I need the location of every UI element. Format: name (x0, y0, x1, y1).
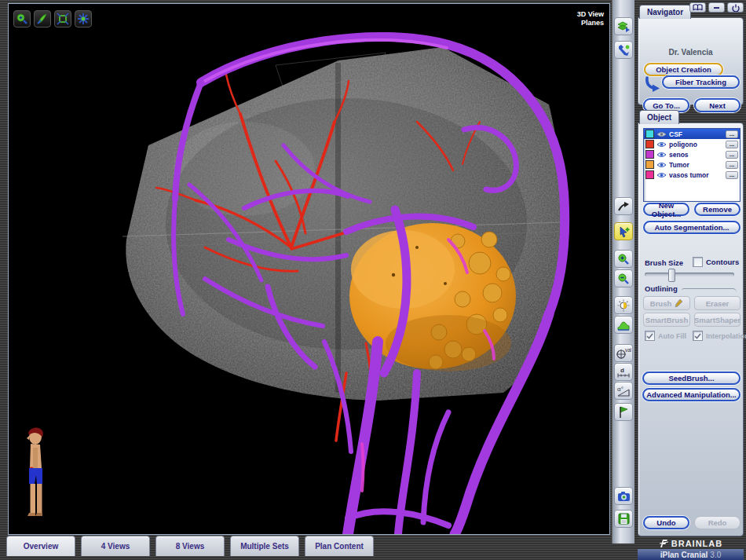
flag-marker-button[interactable] (614, 403, 633, 421)
object-options-button[interactable]: ... (726, 151, 738, 159)
minimize-button[interactable] (708, 2, 725, 13)
brightness-button[interactable] (614, 296, 633, 314)
pointer-select-button[interactable] (614, 222, 633, 240)
visibility-eye-icon[interactable] (656, 141, 667, 148)
product-version-bar: iPlan Cranial 3.0 (638, 549, 744, 560)
object-name: senos (669, 151, 689, 159)
object-color-swatch (645, 160, 654, 169)
shutdown-button[interactable] (727, 2, 744, 13)
smartbrush-button[interactable]: SmartBrush (643, 313, 690, 327)
auto-segmentation-button[interactable]: Auto Segmentation... (643, 221, 741, 234)
brightness-icon (617, 299, 630, 312)
center-view-icon (77, 13, 90, 25)
tab-plan-content[interactable]: Plan Content (305, 536, 374, 556)
value-probe-icon: val (616, 346, 631, 360)
navigator-tab[interactable]: Navigator (639, 5, 691, 19)
tab-overview[interactable]: Overview (6, 536, 75, 556)
brainlab-logo-icon (659, 539, 669, 548)
window-controls (689, 2, 744, 13)
smartshaper-button[interactable]: SmartShaper (694, 313, 741, 327)
object-list-item[interactable]: poligono ... (644, 139, 740, 149)
redo-button[interactable]: Redo (694, 516, 741, 529)
svg-text:d: d (620, 367, 624, 374)
object-options-button[interactable]: ... (726, 141, 738, 148)
auto-fill-checkbox[interactable] (645, 331, 655, 341)
brand-name: BRAINLAB (671, 539, 722, 548)
current-step-button[interactable]: Object Creation (644, 63, 723, 76)
advanced-manipulation-button[interactable]: Advanced Manipulation... (642, 388, 741, 401)
minimize-icon (713, 4, 720, 11)
angle-measure-icon: α° (616, 385, 631, 397)
brush-tool-button[interactable] (34, 10, 51, 27)
power-icon (732, 4, 740, 12)
outlining-divider (682, 288, 737, 292)
object-list-item[interactable]: Tumor ... (644, 159, 740, 170)
screenshot-camera-icon (617, 491, 631, 502)
object-list[interactable]: CSF ... poligono ... senos ... (643, 128, 741, 202)
jump-arrow-button[interactable] (614, 197, 633, 215)
angle-measure-button[interactable]: α° (614, 382, 633, 400)
visibility-eye-icon[interactable] (656, 162, 667, 168)
distance-measure-button[interactable]: d (614, 363, 633, 381)
value-probe-button[interactable]: val (614, 344, 633, 362)
remove-object-button[interactable]: Remove (694, 203, 741, 216)
auto-fill-checkbox-row[interactable]: Auto Fill (645, 331, 686, 341)
object-name: Tumor (669, 161, 689, 169)
windowing-histogram-button[interactable] (614, 316, 633, 334)
zoom-out-button[interactable] (614, 269, 633, 287)
object-options-button[interactable]: ... (726, 161, 738, 169)
branding-area: BRAINLAB iPlan Cranial 3.0 (638, 537, 744, 560)
3d-viewport[interactable]: 3D View Planes (8, 3, 610, 535)
wrench-icon (617, 44, 630, 57)
object-tab[interactable]: Object (639, 110, 679, 124)
zoom-in-button[interactable] (614, 250, 633, 268)
interpolation-checkbox[interactable] (693, 331, 703, 341)
view-type-label: 3D View Planes (577, 10, 604, 27)
object-list-item[interactable]: vasos tumor ... (644, 170, 740, 180)
object-panel: Object CSF ... poligono ... (638, 110, 744, 536)
brush-size-slider-handle[interactable] (668, 269, 675, 282)
tab-multiple-sets[interactable]: Multiple Sets (230, 536, 299, 556)
side-tool-strip: val d α° (612, 0, 634, 544)
seedbrush-button[interactable]: SeedBrush... (642, 372, 741, 385)
zoom-out-icon (617, 273, 630, 285)
visibility-eye-icon[interactable] (656, 172, 667, 178)
zoom-magnifier-button[interactable] (13, 10, 31, 27)
undo-button[interactable]: Undo (643, 516, 689, 529)
manual-book-icon (693, 4, 703, 11)
interpolation-checkbox-row[interactable]: Interpolation (693, 331, 746, 341)
eraser-button[interactable]: Eraser (694, 296, 741, 310)
outlining-label: Outlining (645, 284, 678, 293)
zoom-magnifier-icon (16, 13, 28, 25)
object-list-item[interactable]: senos ... (644, 149, 740, 159)
new-object-button[interactable]: New Object... (643, 203, 689, 216)
object-options-button[interactable]: ... (726, 171, 738, 179)
center-view-button[interactable] (75, 10, 92, 27)
contours-checkbox[interactable] (693, 257, 703, 267)
3d-scene (9, 4, 609, 534)
tab-4-views[interactable]: 4 Views (81, 536, 150, 556)
fit-view-button[interactable] (54, 10, 71, 27)
user-manual-button[interactable] (689, 2, 706, 13)
pointer-select-icon (617, 225, 630, 238)
object-options-button[interactable]: ... (726, 130, 738, 138)
object-list-item[interactable]: CSF ... (644, 129, 740, 139)
save-disk-button[interactable] (614, 510, 633, 528)
wrench-button[interactable] (614, 41, 633, 59)
surgeon-name: Dr. Valencia (638, 48, 743, 57)
application-window: 3D View Planes (0, 0, 746, 560)
svg-text:α°: α° (617, 386, 623, 393)
layers-stack-button[interactable] (614, 17, 633, 35)
tab-8-views[interactable]: 8 Views (155, 536, 225, 556)
next-step-button[interactable]: Fiber Tracking (662, 75, 740, 89)
brush-button[interactable]: Brush (643, 296, 690, 310)
brush-size-slider[interactable] (645, 273, 734, 276)
visibility-eye-icon[interactable] (656, 131, 667, 137)
contours-checkbox-row[interactable]: Contours (693, 257, 739, 267)
object-color-swatch (645, 170, 654, 179)
interpolation-label: Interpolation (706, 332, 746, 340)
visibility-eye-icon[interactable] (656, 152, 667, 158)
screenshot-camera-button[interactable] (614, 487, 633, 505)
jump-arrow-icon (617, 201, 630, 212)
fit-view-icon (57, 13, 69, 25)
